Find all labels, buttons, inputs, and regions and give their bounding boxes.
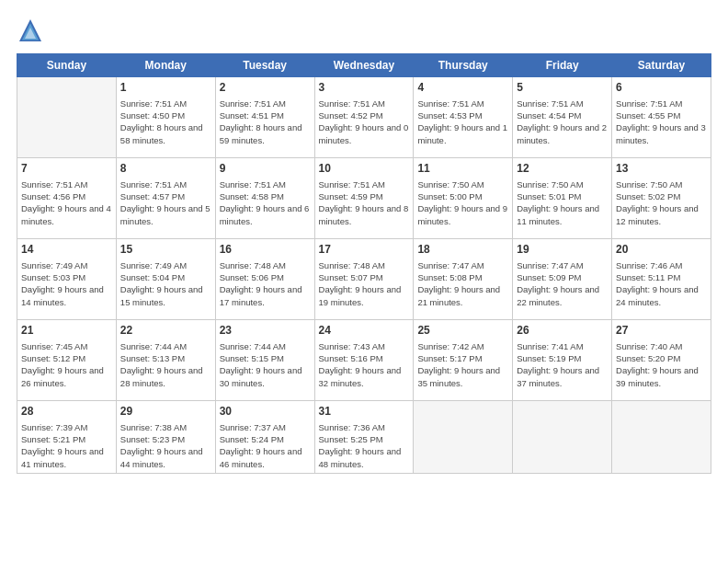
day-info: Sunrise: 7:50 AMSunset: 5:00 PMDaylight:… bbox=[417, 178, 508, 227]
day-info: Sunrise: 7:42 AMSunset: 5:17 PMDaylight:… bbox=[417, 340, 508, 389]
day-number: 19 bbox=[517, 242, 608, 258]
day-info: Sunrise: 7:40 AMSunset: 5:20 PMDaylight:… bbox=[616, 340, 707, 389]
day-number: 26 bbox=[517, 323, 608, 339]
day-info: Sunrise: 7:51 AMSunset: 4:54 PMDaylight:… bbox=[517, 98, 608, 146]
calendar-cell: 13Sunrise: 7:50 AMSunset: 5:02 PMDayligh… bbox=[612, 158, 711, 239]
day-number: 18 bbox=[417, 242, 508, 258]
weekday-header-thursday: Thursday bbox=[414, 54, 513, 77]
calendar-cell: 9Sunrise: 7:51 AMSunset: 4:58 PMDaylight… bbox=[215, 158, 314, 239]
calendar-cell: 16Sunrise: 7:48 AMSunset: 5:06 PMDayligh… bbox=[215, 239, 314, 320]
day-number: 4 bbox=[417, 80, 508, 96]
day-number: 30 bbox=[220, 404, 311, 419]
weekday-header-friday: Friday bbox=[513, 54, 612, 77]
logo bbox=[17, 17, 46, 44]
calendar-cell: 29Sunrise: 7:38 AMSunset: 5:23 PMDayligh… bbox=[116, 401, 215, 474]
day-number: 20 bbox=[616, 242, 707, 258]
day-number: 13 bbox=[616, 161, 707, 177]
calendar-cell: 5Sunrise: 7:51 AMSunset: 4:54 PMDaylight… bbox=[513, 77, 612, 158]
day-number: 9 bbox=[220, 161, 311, 177]
calendar-cell: 24Sunrise: 7:43 AMSunset: 5:16 PMDayligh… bbox=[314, 320, 414, 401]
day-number: 15 bbox=[120, 242, 211, 258]
day-info: Sunrise: 7:48 AMSunset: 5:06 PMDaylight:… bbox=[220, 259, 311, 308]
day-number: 11 bbox=[417, 161, 508, 177]
weekday-header-tuesday: Tuesday bbox=[215, 54, 314, 77]
day-number: 5 bbox=[517, 80, 608, 96]
day-number: 14 bbox=[21, 242, 112, 258]
calendar-cell: 25Sunrise: 7:42 AMSunset: 5:17 PMDayligh… bbox=[414, 320, 513, 401]
calendar-cell: 26Sunrise: 7:41 AMSunset: 5:19 PMDayligh… bbox=[513, 320, 612, 401]
day-number: 1 bbox=[120, 80, 211, 96]
day-number: 7 bbox=[21, 161, 112, 177]
calendar-cell: 3Sunrise: 7:51 AMSunset: 4:52 PMDaylight… bbox=[314, 77, 414, 158]
calendar-cell: 31Sunrise: 7:36 AMSunset: 5:25 PMDayligh… bbox=[314, 401, 414, 474]
day-info: Sunrise: 7:44 AMSunset: 5:13 PMDaylight:… bbox=[120, 340, 211, 389]
header bbox=[17, 17, 711, 44]
day-number: 28 bbox=[21, 404, 112, 419]
day-info: Sunrise: 7:51 AMSunset: 4:50 PMDaylight:… bbox=[120, 98, 211, 146]
calendar-cell: 23Sunrise: 7:44 AMSunset: 5:15 PMDayligh… bbox=[215, 320, 314, 401]
day-info: Sunrise: 7:48 AMSunset: 5:07 PMDaylight:… bbox=[319, 259, 410, 308]
day-number: 29 bbox=[120, 404, 211, 419]
day-info: Sunrise: 7:46 AMSunset: 5:11 PMDaylight:… bbox=[616, 259, 707, 308]
week-row-5: 28Sunrise: 7:39 AMSunset: 5:21 PMDayligh… bbox=[17, 401, 711, 474]
weekday-header-saturday: Saturday bbox=[612, 54, 711, 77]
calendar-cell bbox=[513, 401, 612, 474]
day-info: Sunrise: 7:43 AMSunset: 5:16 PMDaylight:… bbox=[319, 340, 410, 389]
week-row-4: 21Sunrise: 7:45 AMSunset: 5:12 PMDayligh… bbox=[17, 320, 711, 401]
day-info: Sunrise: 7:51 AMSunset: 4:55 PMDaylight:… bbox=[616, 98, 707, 146]
day-number: 21 bbox=[21, 323, 112, 339]
calendar-cell: 14Sunrise: 7:49 AMSunset: 5:03 PMDayligh… bbox=[17, 239, 117, 320]
week-row-1: 1Sunrise: 7:51 AMSunset: 4:50 PMDaylight… bbox=[17, 77, 711, 158]
day-info: Sunrise: 7:41 AMSunset: 5:19 PMDaylight:… bbox=[517, 340, 608, 389]
day-number: 6 bbox=[616, 80, 707, 96]
day-info: Sunrise: 7:51 AMSunset: 4:57 PMDaylight:… bbox=[120, 178, 211, 227]
day-info: Sunrise: 7:49 AMSunset: 5:04 PMDaylight:… bbox=[120, 259, 211, 308]
calendar-cell: 22Sunrise: 7:44 AMSunset: 5:13 PMDayligh… bbox=[116, 320, 215, 401]
calendar-cell: 17Sunrise: 7:48 AMSunset: 5:07 PMDayligh… bbox=[314, 239, 414, 320]
day-number: 12 bbox=[517, 161, 608, 177]
calendar-table: SundayMondayTuesdayWednesdayThursdayFrid… bbox=[17, 53, 711, 474]
day-info: Sunrise: 7:38 AMSunset: 5:23 PMDaylight:… bbox=[120, 421, 211, 470]
calendar-cell bbox=[17, 77, 117, 158]
day-number: 3 bbox=[319, 80, 410, 96]
calendar-body: 1Sunrise: 7:51 AMSunset: 4:50 PMDaylight… bbox=[17, 77, 711, 474]
calendar-cell bbox=[612, 401, 711, 474]
day-info: Sunrise: 7:37 AMSunset: 5:24 PMDaylight:… bbox=[220, 421, 311, 470]
day-info: Sunrise: 7:51 AMSunset: 4:59 PMDaylight:… bbox=[319, 178, 410, 227]
calendar-cell: 15Sunrise: 7:49 AMSunset: 5:04 PMDayligh… bbox=[116, 239, 215, 320]
calendar-cell bbox=[414, 401, 513, 474]
day-info: Sunrise: 7:51 AMSunset: 4:51 PMDaylight:… bbox=[220, 98, 311, 146]
calendar-header: SundayMondayTuesdayWednesdayThursdayFrid… bbox=[17, 54, 711, 77]
day-info: Sunrise: 7:50 AMSunset: 5:02 PMDaylight:… bbox=[616, 178, 707, 227]
page: SundayMondayTuesdayWednesdayThursdayFrid… bbox=[0, 0, 728, 563]
calendar-cell: 8Sunrise: 7:51 AMSunset: 4:57 PMDaylight… bbox=[116, 158, 215, 239]
calendar-cell: 21Sunrise: 7:45 AMSunset: 5:12 PMDayligh… bbox=[17, 320, 117, 401]
day-info: Sunrise: 7:36 AMSunset: 5:25 PMDaylight:… bbox=[319, 421, 410, 470]
calendar-cell: 10Sunrise: 7:51 AMSunset: 4:59 PMDayligh… bbox=[314, 158, 414, 239]
weekday-header-monday: Monday bbox=[116, 54, 215, 77]
day-number: 23 bbox=[220, 323, 311, 339]
day-number: 2 bbox=[220, 80, 311, 96]
calendar-cell: 27Sunrise: 7:40 AMSunset: 5:20 PMDayligh… bbox=[612, 320, 711, 401]
day-number: 8 bbox=[120, 161, 211, 177]
day-number: 10 bbox=[319, 161, 410, 177]
day-number: 27 bbox=[616, 323, 707, 339]
day-info: Sunrise: 7:44 AMSunset: 5:15 PMDaylight:… bbox=[220, 340, 311, 389]
calendar-cell: 20Sunrise: 7:46 AMSunset: 5:11 PMDayligh… bbox=[612, 239, 711, 320]
day-number: 24 bbox=[319, 323, 410, 339]
calendar-cell: 30Sunrise: 7:37 AMSunset: 5:24 PMDayligh… bbox=[215, 401, 314, 474]
calendar-cell: 11Sunrise: 7:50 AMSunset: 5:00 PMDayligh… bbox=[414, 158, 513, 239]
day-info: Sunrise: 7:39 AMSunset: 5:21 PMDaylight:… bbox=[21, 421, 112, 470]
weekday-header-sunday: Sunday bbox=[17, 54, 117, 77]
calendar-cell: 7Sunrise: 7:51 AMSunset: 4:56 PMDaylight… bbox=[17, 158, 117, 239]
day-number: 31 bbox=[319, 404, 410, 419]
day-info: Sunrise: 7:51 AMSunset: 4:56 PMDaylight:… bbox=[21, 178, 112, 227]
day-info: Sunrise: 7:51 AMSunset: 4:53 PMDaylight:… bbox=[417, 98, 508, 146]
week-row-2: 7Sunrise: 7:51 AMSunset: 4:56 PMDaylight… bbox=[17, 158, 711, 239]
week-row-3: 14Sunrise: 7:49 AMSunset: 5:03 PMDayligh… bbox=[17, 239, 711, 320]
day-info: Sunrise: 7:51 AMSunset: 4:58 PMDaylight:… bbox=[220, 178, 311, 227]
day-info: Sunrise: 7:50 AMSunset: 5:01 PMDaylight:… bbox=[517, 178, 608, 227]
day-number: 22 bbox=[120, 323, 211, 339]
day-number: 16 bbox=[220, 242, 311, 258]
calendar-cell: 1Sunrise: 7:51 AMSunset: 4:50 PMDaylight… bbox=[116, 77, 215, 158]
